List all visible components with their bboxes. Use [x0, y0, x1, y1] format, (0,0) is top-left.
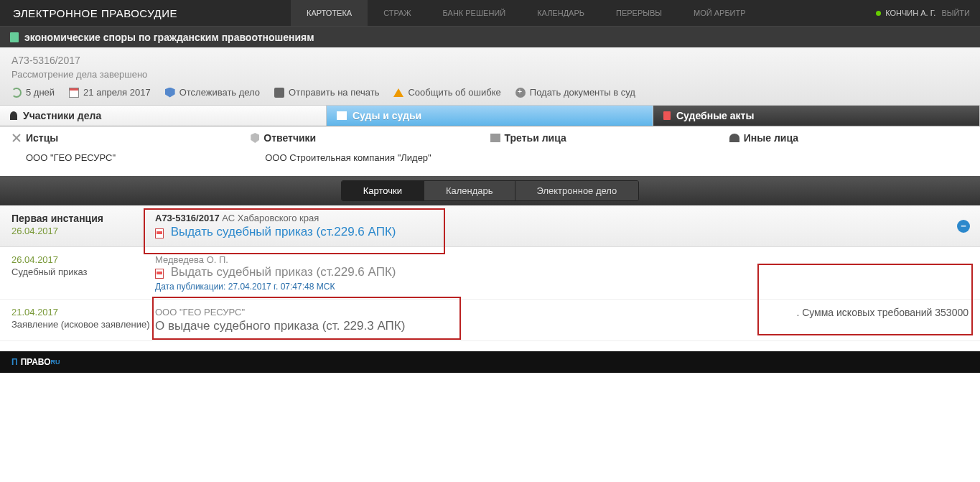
nav-bank[interactable]: БАНК РЕШЕНИЙ — [427, 0, 522, 26]
plaintiffs-header: Истцы — [26, 132, 58, 144]
submit-label: Подать документы в суд — [530, 87, 635, 98]
defendant-name[interactable]: ООО Строительная компания "Лидер" — [251, 152, 490, 163]
instance-header-row: Первая инстанция 26.04.2017 А73-5316/201… — [0, 205, 980, 247]
case-info-panel: А73-5316/2017 Рассмотрение дела завершен… — [0, 47, 980, 106]
row2-date: 21.04.2017 — [11, 307, 155, 318]
pill-cards[interactable]: Карточки — [342, 181, 424, 200]
nav-strazh[interactable]: СТРАЖ — [368, 0, 426, 26]
tab-acts[interactable]: Судебные акты — [653, 106, 980, 126]
event-row-1: 26.04.2017 Судебный приказ Медведева О. … — [0, 247, 980, 300]
refresh-icon — [11, 88, 22, 98]
instance-title: Первая инстанция — [11, 213, 155, 224]
participants-grid: Истцы ООО "ГЕО РЕСУРС" Ответчики ООО Стр… — [0, 126, 980, 176]
nav-kartoteka[interactable]: КАРТОТЕКА — [291, 0, 368, 26]
collapse-button[interactable]: − — [957, 220, 970, 233]
footer-mark-icon: П — [11, 357, 18, 367]
instance-body: А73-5316/2017 АС Хабаровского края Выдат… — [155, 213, 969, 239]
view-mode-pills: Карточки Календарь Электронное дело — [341, 180, 640, 201]
document-red-icon — [663, 111, 671, 120]
main-nav: КАРТОТЕКА СТРАЖ БАНК РЕШЕНИЙ КАЛЕНДАРЬ П… — [291, 0, 762, 26]
row2-left: 21.04.2017 Заявление (исковое заявление) — [11, 307, 155, 333]
claim-sum: . Сумма исковых требований 353000 — [796, 307, 969, 318]
tab-courts[interactable]: Суды и судьи — [327, 106, 653, 126]
tab-participants[interactable]: Участники дела — [0, 106, 327, 126]
swords-icon — [11, 133, 22, 143]
nav-pereryvy[interactable]: ПЕРЕРЫВЫ — [600, 0, 678, 26]
instance-court: АС Хабаровского края — [222, 213, 319, 223]
shield-icon — [165, 88, 175, 98]
event-row-2: 21.04.2017 Заявление (исковое заявление)… — [0, 300, 980, 341]
warning-icon — [393, 88, 403, 97]
shield-gray-icon — [251, 133, 259, 143]
other-header: Иные лица — [744, 132, 798, 144]
pdf-icon[interactable] — [155, 228, 164, 238]
defendants-header: Ответчики — [263, 132, 316, 144]
row1-left: 26.04.2017 Судебный приказ — [11, 254, 155, 292]
plus-icon — [515, 88, 526, 98]
case-actions-row: 5 дней 21 апреля 2017 Отслеживать дело О… — [11, 87, 969, 105]
view-mode-row: Карточки Календарь Электронное дело — [0, 176, 980, 205]
user-name[interactable]: КОНЧИН А. Г. — [885, 9, 935, 17]
case-category-text: экономические споры по гражданским право… — [24, 32, 314, 43]
print-icon — [274, 88, 284, 98]
tab-acts-label: Судебные акты — [676, 110, 754, 121]
third-header: Третьи лица — [505, 132, 566, 144]
persons-icon — [729, 134, 739, 142]
row1-judge: Медведева О. П. — [155, 254, 969, 265]
section-tabs: Участники дела Суды и судьи Судебные акт… — [0, 106, 980, 126]
action-report-error[interactable]: Сообщить об ошибке — [393, 87, 500, 98]
action-days[interactable]: 5 дней — [11, 87, 55, 98]
row1-type: Судебный приказ — [11, 267, 155, 277]
case-status: Рассмотрение дела завершено — [11, 69, 969, 80]
instance-ruling-link[interactable]: Выдать судебный приказ (ст.229.6 АПК) — [171, 225, 396, 238]
row2-type: Заявление (исковое заявление) — [11, 319, 155, 330]
days-label: 5 дней — [26, 87, 55, 98]
user-box: КОНЧИН А. Г. ВЫЙТИ — [866, 0, 980, 26]
row2-title[interactable]: О выдаче судебного приказа (ст. 229.3 АП… — [155, 319, 969, 333]
action-print[interactable]: Отправить на печать — [274, 87, 379, 98]
col-plaintiffs: Истцы ООО "ГЕО РЕСУРС" — [11, 132, 251, 163]
top-navbar: ЭЛЕКТРОННОЕ ПРАВОСУДИЕ КАРТОТЕКА СТРАЖ Б… — [0, 0, 980, 26]
spacer — [0, 341, 980, 351]
col-defendants: Ответчики ООО Строительная компания "Лид… — [251, 132, 490, 163]
footer-brand[interactable]: ПРАВО — [21, 357, 51, 367]
nav-moyarbitr[interactable]: МОЙ АРБИТР — [678, 0, 762, 26]
date-label: 21 апреля 2017 — [83, 87, 151, 98]
footer-ru: RU — [51, 358, 60, 366]
person-icon — [10, 111, 17, 120]
pill-edoc[interactable]: Электронное дело — [515, 181, 639, 200]
instance-left: Первая инстанция 26.04.2017 — [11, 213, 155, 239]
track-label: Отслеживать дело — [179, 87, 260, 98]
case-number: А73-5316/2017 — [11, 55, 969, 66]
instance-case-number: А73-5316/2017 — [155, 213, 220, 223]
nav-kalendar[interactable]: КАЛЕНДАРЬ — [521, 0, 600, 26]
col-other-parties: Иные лица — [729, 132, 969, 163]
row1-publication-date: Дата публикации: 27.04.2017 г. 07:47:48 … — [155, 282, 969, 292]
row1-ruling-link[interactable]: Выдать судебный приказ (ст.229.6 АПК) — [171, 265, 396, 279]
row1-date: 26.04.2017 — [11, 254, 155, 265]
error-label: Сообщить об ошибке — [408, 87, 500, 98]
plaintiff-name[interactable]: ООО "ГЕО РЕСУРС" — [11, 152, 251, 163]
tab-courts-label: Суды и судьи — [353, 110, 421, 121]
action-track[interactable]: Отслеживать дело — [165, 87, 260, 98]
instance-date: 26.04.2017 — [11, 226, 155, 236]
action-submit-docs[interactable]: Подать документы в суд — [515, 87, 635, 98]
tab-participants-label: Участники дела — [23, 110, 101, 121]
action-date[interactable]: 21 апреля 2017 — [69, 87, 151, 98]
logout-link[interactable]: ВЫЙТИ — [941, 9, 970, 17]
online-dot-icon — [876, 11, 881, 16]
print-label: Отправить на печать — [289, 87, 379, 98]
pdf-icon[interactable] — [155, 269, 164, 279]
footer-bar: П ПРАВО RU — [0, 351, 980, 373]
case-category-bar: экономические споры по гражданским право… — [0, 26, 980, 47]
document-icon — [10, 32, 19, 42]
row1-body: Медведева О. П. Выдать судебный приказ (… — [155, 254, 969, 292]
calendar-icon — [69, 88, 79, 98]
brand-title: ЭЛЕКТРОННОЕ ПРАВОСУДИЕ — [0, 0, 190, 26]
bank-icon — [337, 111, 347, 120]
col-third-parties: Третьи лица — [490, 132, 729, 163]
pill-calendar[interactable]: Календарь — [424, 181, 515, 200]
castle-icon — [490, 134, 500, 142]
